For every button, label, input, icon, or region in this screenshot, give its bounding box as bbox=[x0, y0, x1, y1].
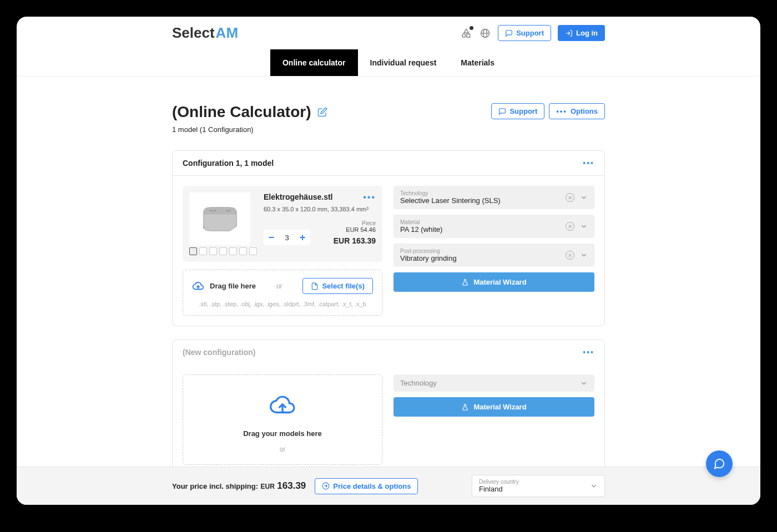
thumb-view-2[interactable] bbox=[199, 247, 207, 255]
chat-widget-button[interactable] bbox=[706, 450, 733, 477]
postprocessing-select[interactable]: Post-processing Vibratory grinding ✕ bbox=[393, 244, 594, 267]
or-text-2: or bbox=[280, 445, 286, 453]
upload-dropzone[interactable]: Drag file here or Select file(s) bbox=[183, 270, 382, 316]
chat-icon bbox=[498, 108, 506, 115]
svg-marker-0 bbox=[464, 29, 468, 33]
piece-price: EUR 54.46 bbox=[334, 226, 376, 233]
drag-file-label: Drag file here bbox=[210, 282, 256, 290]
file-types: .stl, .stp, .step, .obj, .igs, .iges, .s… bbox=[192, 301, 373, 307]
notification-dot bbox=[470, 26, 473, 30]
config-title: Configuration 1, 1 model bbox=[183, 159, 274, 168]
login-icon bbox=[565, 29, 573, 37]
mat-value: PA 12 (white) bbox=[400, 225, 442, 234]
select-files-button[interactable]: Select file(s) bbox=[302, 278, 373, 294]
upload-dropzone-large[interactable]: Drag your models here or bbox=[183, 374, 382, 465]
page-subtitle: 1 model (1 Configuration) bbox=[172, 125, 327, 134]
flask-icon bbox=[461, 278, 469, 286]
model-filename: Elektrogehäuse.stl bbox=[264, 192, 376, 201]
thumb-view-7[interactable] bbox=[249, 247, 257, 255]
chevron-down-icon bbox=[590, 482, 598, 490]
thumb-view-4[interactable] bbox=[219, 247, 227, 255]
clear-icon[interactable]: ✕ bbox=[566, 193, 574, 202]
model-card: ••• bbox=[183, 186, 382, 262]
model-dimensions: 60.3 x 35.0 x 120.0 mm, 33,383.4 mm³ bbox=[264, 206, 376, 212]
technology-select-empty[interactable]: Technology bbox=[393, 374, 594, 392]
svg-rect-2 bbox=[467, 34, 470, 37]
delivery-label: Delivery country bbox=[479, 479, 519, 485]
chevron-down-icon bbox=[580, 194, 588, 201]
file-icon bbox=[311, 282, 319, 290]
logo-text-1: Select bbox=[172, 24, 215, 42]
page-title: (Online Calculator) bbox=[172, 103, 311, 121]
price-details-label: Price details & options bbox=[333, 482, 411, 490]
drag-models-label: Drag your models here bbox=[243, 429, 322, 438]
configuration-card-1: Configuration 1, 1 model ••• ••• bbox=[172, 150, 605, 326]
mat-label: Material bbox=[400, 219, 442, 225]
svg-point-11 bbox=[229, 210, 230, 211]
arrow-right-circle-icon bbox=[322, 482, 330, 490]
footer-amount: 163.39 bbox=[277, 480, 306, 491]
post-label: Post-processing bbox=[400, 248, 457, 254]
qty-value[interactable]: 3 bbox=[279, 234, 295, 242]
tab-online-calculator[interactable]: Online calculator bbox=[270, 49, 358, 76]
model-thumbnail[interactable] bbox=[189, 192, 250, 245]
tech-value: Selective Laser Sintering (SLS) bbox=[400, 196, 501, 205]
svg-point-1 bbox=[462, 34, 466, 37]
tab-materials[interactable]: Materials bbox=[448, 49, 507, 76]
support-button[interactable]: Support bbox=[498, 25, 551, 41]
chat-icon bbox=[713, 458, 725, 470]
tech-label: Technology bbox=[400, 190, 501, 196]
wizard-label: Material Wizard bbox=[473, 278, 526, 286]
or-text: or bbox=[276, 282, 282, 290]
thumb-view-1[interactable] bbox=[189, 247, 197, 255]
config2-more-icon[interactable]: ••• bbox=[583, 348, 594, 357]
page-support-label: Support bbox=[509, 107, 537, 115]
footer-bar: Your price incl. shipping: EUR 163.39 Pr… bbox=[17, 467, 760, 505]
thumbnail-strip bbox=[189, 247, 257, 255]
logo: Select AM bbox=[172, 24, 238, 42]
config-more-icon[interactable]: ••• bbox=[583, 159, 594, 168]
material-wizard-button-2[interactable]: Material Wizard bbox=[393, 397, 594, 417]
svg-point-7 bbox=[210, 210, 211, 211]
tech-placeholder: Technology bbox=[400, 379, 437, 387]
chevron-down-icon bbox=[580, 251, 588, 259]
clear-icon[interactable]: ✕ bbox=[566, 222, 574, 231]
support-label: Support bbox=[516, 29, 544, 37]
clear-icon[interactable]: ✕ bbox=[566, 251, 574, 260]
options-label: Options bbox=[571, 107, 598, 115]
thumb-view-5[interactable] bbox=[229, 247, 237, 255]
delivery-value: Finland bbox=[479, 485, 519, 493]
tab-individual-request[interactable]: Individual request bbox=[358, 49, 449, 76]
logo-text-2: AM bbox=[216, 24, 238, 42]
flask-icon bbox=[461, 403, 469, 411]
cloud-upload-icon bbox=[263, 392, 302, 419]
configuration-card-new: (New configuration) ••• Drag your models… bbox=[172, 340, 605, 467]
chat-icon bbox=[505, 29, 513, 37]
piece-label: Piece bbox=[334, 220, 376, 226]
select-files-label: Select file(s) bbox=[322, 282, 365, 290]
svg-point-8 bbox=[212, 210, 214, 211]
chevron-down-icon bbox=[580, 222, 588, 230]
cloud-upload-icon bbox=[192, 280, 204, 292]
edit-icon[interactable] bbox=[317, 107, 327, 117]
options-button[interactable]: ••• Options bbox=[549, 103, 605, 119]
price-details-button[interactable]: Price details & options bbox=[315, 478, 418, 494]
post-value: Vibratory grinding bbox=[400, 254, 457, 262]
wizard-label-2: Material Wizard bbox=[473, 403, 526, 411]
qty-decrease[interactable]: − bbox=[264, 230, 279, 245]
delivery-country-select[interactable]: Delivery country Finland bbox=[472, 475, 605, 497]
qty-increase[interactable]: + bbox=[295, 230, 310, 245]
material-wizard-button[interactable]: Material Wizard bbox=[393, 272, 594, 292]
svg-point-9 bbox=[214, 210, 216, 211]
material-select[interactable]: Material PA 12 (white) ✕ bbox=[393, 215, 594, 238]
shapes-icon[interactable] bbox=[460, 27, 472, 39]
model-more-icon[interactable]: ••• bbox=[363, 192, 376, 202]
svg-point-10 bbox=[226, 210, 228, 211]
dots-icon: ••• bbox=[556, 107, 567, 115]
login-button[interactable]: Log in bbox=[558, 25, 605, 41]
technology-select[interactable]: Technology Selective Laser Sintering (SL… bbox=[393, 186, 594, 209]
thumb-view-3[interactable] bbox=[209, 247, 217, 255]
globe-icon[interactable] bbox=[479, 27, 491, 39]
thumb-view-6[interactable] bbox=[239, 247, 247, 255]
page-support-button[interactable]: Support bbox=[491, 103, 544, 119]
